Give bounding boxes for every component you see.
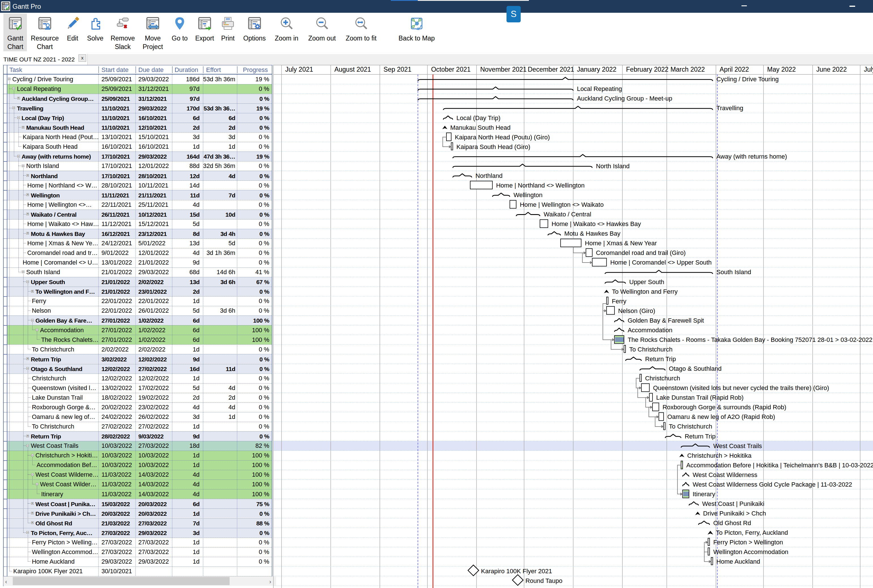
svg-text:October 2021: October 2021 <box>431 66 470 73</box>
svg-text:Northland: Northland <box>476 172 503 179</box>
svg-text:May 2022: May 2022 <box>767 66 796 73</box>
svg-text:West Coast Wilderness: West Coast Wilderness <box>693 471 757 478</box>
svg-text:Karapiro 100K Flyer 2021: Karapiro 100K Flyer 2021 <box>481 568 552 575</box>
svg-text:Cycling / Drive Touring: Cycling / Drive Touring <box>717 76 779 83</box>
svg-text:To Christchurch: To Christchurch <box>669 423 712 430</box>
svg-text:North Island: North Island <box>596 163 630 170</box>
svg-text:West Coast Wilderness Gold Cyc: West Coast Wilderness Gold Cycle Package… <box>693 481 852 488</box>
svg-text:Otago & Southland: Otago & Southland <box>669 365 722 372</box>
svg-text:The Rocks Chalets - Rooms - Ta: The Rocks Chalets - Rooms - Takaka Golde… <box>628 336 872 343</box>
svg-text:West Coast | Punikaiki: West Coast | Punikaiki <box>702 500 764 507</box>
svg-text:West Coast Trails: West Coast Trails <box>713 442 762 450</box>
svg-text:Wellington: Wellington <box>514 192 542 198</box>
svg-text:Return Trip: Return Trip <box>685 433 716 440</box>
svg-text:To Christchurch: To Christchurch <box>629 346 673 353</box>
svg-text:Itinerary: Itinerary <box>693 490 715 498</box>
svg-text:February 2022: February 2022 <box>626 66 669 73</box>
svg-text:Home | Xmas & New Year: Home | Xmas & New Year <box>585 240 657 247</box>
svg-text:Home | Northland <> Wellington: Home | Northland <> Wellington <box>496 182 585 189</box>
svg-text:Wellington Accommodation: Wellington Accommodation <box>713 548 788 555</box>
svg-text:Old Ghost Rd: Old Ghost Rd <box>713 519 751 526</box>
svg-text:Motu & Hawkes Bay: Motu & Hawkes Bay <box>564 230 621 237</box>
svg-text:Sep 2021: Sep 2021 <box>383 66 411 73</box>
svg-text:Queenstown (visited lots but n: Queenstown (visited lots but never cycle… <box>653 384 829 392</box>
svg-text:Round Taupo: Round Taupo <box>526 577 563 584</box>
svg-text:March 2022: March 2022 <box>670 66 705 73</box>
svg-text:Upper South: Upper South <box>629 278 664 285</box>
svg-text:Drive Punikaiki > Chch: Drive Punikaiki > Chch <box>703 510 766 517</box>
svg-text:January 2022: January 2022 <box>577 66 616 73</box>
svg-text:Waikato / Central: Waikato / Central <box>544 211 591 218</box>
svg-text:South Island: South Island <box>717 268 751 276</box>
svg-text:Coromandel road and trail (Gir: Coromandel road and trail (Giro) <box>596 249 686 256</box>
svg-text:July: July <box>864 66 873 73</box>
svg-text:Kaipara North Head (Poutu) (Gi: Kaipara North Head (Poutu) (Giro) <box>455 134 550 141</box>
svg-text:Manukau South Head: Manukau South Head <box>450 124 511 131</box>
svg-text:To Picton, Ferry, Auckland: To Picton, Ferry, Auckland <box>716 529 788 536</box>
svg-text:Home | Wellington <> Waikato: Home | Wellington <> Waikato <box>520 201 604 208</box>
svg-text:Roxborough Gorge & surrounds (: Roxborough Gorge & surrounds (Rapid Rob) <box>663 404 786 411</box>
svg-text:Christchurch > Hokitika: Christchurch > Hokitika <box>687 452 752 459</box>
svg-text:Ferry Picton > Wellington: Ferry Picton > Wellington <box>713 539 783 546</box>
svg-text:Nelson (Giro): Nelson (Giro) <box>618 307 655 314</box>
svg-text:August 2021: August 2021 <box>335 66 371 73</box>
svg-text:June 2022: June 2022 <box>816 66 847 73</box>
svg-text:Oamaru & new leg of A2O (Rapid: Oamaru & new leg of A2O (Rapid Rob) <box>667 413 775 420</box>
svg-text:November 2021: November 2021 <box>480 66 527 73</box>
svg-text:Local Repeating: Local Repeating <box>577 85 622 92</box>
svg-text:To Wellington and Ferry: To Wellington and Ferry <box>612 288 678 295</box>
svg-text:December 2021: December 2021 <box>528 66 574 73</box>
svg-text:Christchurch: Christchurch <box>645 375 680 382</box>
svg-text:Home | Waikato <> Hawkes Bay: Home | Waikato <> Hawkes Bay <box>551 220 641 228</box>
svg-text:Golden Bay & Farewell Spit: Golden Bay & Farewell Spit <box>628 317 704 324</box>
svg-text:Accommodation: Accommodation <box>628 327 672 334</box>
svg-text:Accommodation Before | Hokitik: Accommodation Before | Hokitika | Teiche… <box>686 462 873 469</box>
svg-text:Kaipara South Head (Giro): Kaipara South Head (Giro) <box>456 143 530 150</box>
svg-text:Return Trip: Return Trip <box>645 356 676 363</box>
svg-text:April 2022: April 2022 <box>720 66 749 73</box>
svg-text:Local (Day Trip): Local (Day Trip) <box>456 114 500 122</box>
svg-text:July 2021: July 2021 <box>285 66 313 73</box>
svg-text:Away (with returns home): Away (with returns home) <box>717 153 787 160</box>
svg-text:Auckland Cycling Group - Meet-: Auckland Cycling Group - Meet-up <box>577 95 672 102</box>
svg-text:Home | Coromandel <> Upper Sou: Home | Coromandel <> Upper South <box>610 259 712 266</box>
svg-text:Home Auckland: Home Auckland <box>717 558 760 565</box>
svg-text:Lake Dunstan Trail (Rapid Rob): Lake Dunstan Trail (Rapid Rob) <box>656 394 744 401</box>
svg-text:Travelling: Travelling <box>717 105 744 112</box>
svg-text:Ferry: Ferry <box>612 298 627 305</box>
